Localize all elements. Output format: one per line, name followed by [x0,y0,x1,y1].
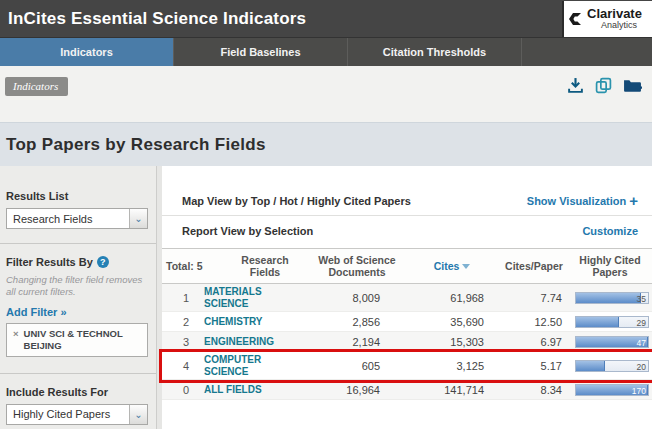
table-row: 3 ENGINEERING 2,194 15,303 6.97 47 [162,332,652,352]
hcp-bar: 35 [575,292,649,304]
table-body: 1 MATERIALS SCIENCE 8,009 61,968 7.74 35… [162,284,652,400]
row-docs: 2,856 [308,314,406,330]
row-cites: 61,968 [406,290,498,306]
hcp-bar: 47 [575,336,649,348]
hcp-bar-fill [576,361,605,371]
row-field[interactable]: COMPUTER SCIENCE [204,354,296,377]
add-filter-link[interactable]: Add Filter » [6,306,67,318]
chevron-down-icon: ⌄ [129,209,147,228]
show-visualization-link[interactable]: Show Visualization + [527,192,638,209]
map-view-label: Map View by Top / Hot / Highly Cited Pap… [182,195,411,207]
filter-chip-label: UNIV SCI & TECHNOL BEIJING [24,328,142,352]
results-table: Total: 5 Research Fields Web of Science … [162,248,652,400]
logo-secondary-text: Analytics [587,21,642,30]
main-nav-tabs: Indicators Field Baselines Citation Thre… [0,38,652,66]
download-icon[interactable] [567,77,584,94]
tab-field-baselines[interactable]: Field Baselines [174,38,348,66]
include-results-select[interactable]: Highly Cited Papers ⌄ [6,404,148,425]
row-docs: 16,964 [308,382,406,398]
row-docs: 605 [308,358,406,374]
hcp-bar: 29 [575,316,649,328]
results-list-select[interactable]: Research Fields ⌄ [6,208,148,229]
page-title: Top Papers by Research Fields [6,135,266,155]
hcp-bar-fill [576,317,619,327]
row-cites: 3,125 [406,358,498,374]
col-research-fields: Research Fields [222,252,308,280]
row-docs: 2,194 [308,334,406,350]
include-results-value: Highly Cited Papers [7,408,110,420]
customize-link[interactable]: Customize [582,225,638,237]
row-field[interactable]: CHEMISTRY [204,316,263,328]
clarivate-logo-icon [568,11,584,27]
hcp-bar-fill [576,293,641,303]
filter-results-by-label: Filter Results By [6,256,93,268]
tab-indicators[interactable]: Indicators [0,38,174,66]
clarivate-logo: Clarivate Analytics [562,1,652,37]
top-header: InCites Essential Science Indicators Cla… [0,0,652,38]
sidebar-divider [0,243,156,244]
remove-filter-icon[interactable]: × [13,328,19,352]
table-row: 4 COMPUTER SCIENCE 605 3,125 5.17 20 [162,352,652,380]
help-icon[interactable] [97,256,109,268]
folder-add-icon[interactable] [623,77,642,94]
hcp-bar-value: 47 [637,338,646,348]
tab-citation-thresholds[interactable]: Citation Thresholds [348,38,522,66]
print-icon[interactable] [595,77,612,94]
filter-sidebar: Results List Research Fields ⌄ Filter Re… [0,166,157,429]
col-wos-documents: Web of Science Documents [308,252,406,280]
total-count-label: Total: 5 [162,258,222,274]
col-highly-cited-papers: Highly Cited Papers [570,252,650,280]
results-list-label: Results List [6,190,148,202]
row-cites: 141,714 [406,382,498,398]
sidebar-divider [0,373,156,374]
breadcrumb-indicators[interactable]: Indicators [5,77,68,96]
hcp-bar: 170 [575,384,649,396]
app-title: InCites Essential Science Indicators [8,9,306,29]
filter-note: Changing the filter field removes all cu… [6,274,148,298]
filter-chip-univ-sci-technol-beijing[interactable]: × UNIV SCI & TECHNOL BEIJING [6,323,148,357]
row-field[interactable]: MATERIALS SCIENCE [204,286,296,309]
col-cites[interactable]: Cites [406,258,498,274]
table-header-row: Total: 5 Research Fields Web of Science … [162,248,652,284]
sort-desc-icon [462,264,470,269]
results-list-value: Research Fields [7,213,92,225]
row-rank: 1 [162,290,192,306]
toolbar: Indicators [0,66,652,122]
row-rank: 0 [162,382,192,398]
col-cites-per-paper: Cites/Paper [498,258,570,274]
hcp-bar: 20 [575,360,649,372]
title-band: Top Papers by Research Fields [0,122,652,166]
report-view-label: Report View by Selection [182,225,313,237]
row-cites-per-paper: 7.74 [498,290,570,306]
logo-primary-text: Clarivate [587,7,642,20]
hcp-bar-value: 170 [632,386,646,396]
row-field[interactable]: ENGINEERING [204,336,274,348]
results-panel: Map View by Top / Hot / Highly Cited Pap… [162,166,652,429]
hcp-bar-value: 29 [637,318,646,328]
hcp-bar-value: 20 [637,362,646,372]
row-cites-per-paper: 8.34 [498,382,570,398]
table-row: 2 CHEMISTRY 2,856 35,690 12.50 29 [162,312,652,332]
incites-esi-app: InCites Essential Science Indicators Cla… [0,0,652,431]
row-rank: 2 [162,314,192,330]
row-docs: 8,009 [308,290,406,306]
row-cites-per-paper: 5.17 [498,358,570,374]
row-cites-per-paper: 12.50 [498,314,570,330]
row-cites-per-paper: 6.97 [498,334,570,350]
hcp-bar-value: 35 [637,294,646,304]
row-cites: 15,303 [406,334,498,350]
table-row: 1 MATERIALS SCIENCE 8,009 61,968 7.74 35 [162,284,652,312]
row-rank: 3 [162,334,192,350]
row-cites: 35,690 [406,314,498,330]
include-results-for-label: Include Results For [6,386,148,398]
chevron-down-icon: ⌄ [129,405,147,424]
table-row: 0 ALL FIELDS 16,964 141,714 8.34 170 [162,380,652,400]
plus-icon: + [629,192,638,209]
row-rank: 4 [162,358,192,374]
row-field[interactable]: ALL FIELDS [204,384,262,396]
